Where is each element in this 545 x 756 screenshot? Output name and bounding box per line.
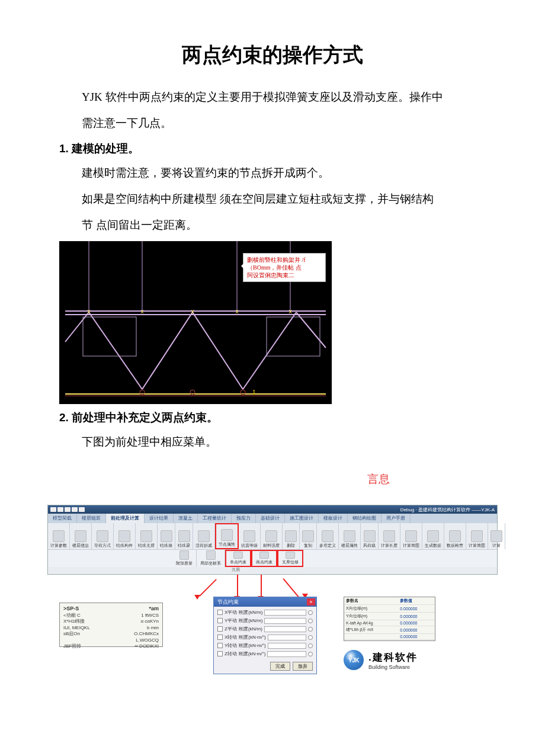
stiffness-input[interactable] [264,618,306,624]
callout-line2: （BOmm，并佳帖 点 [247,264,302,271]
radio[interactable] [308,635,313,640]
stiffness-input[interactable] [268,635,306,640]
figure2-ui-collage: Debug · 盈建科建筑结构计算软件 ——YJK-A 模型荷载楼层组装前处理及… [47,505,498,683]
ribbon-button-特殊梁[interactable]: 特殊梁 [175,523,193,549]
table-row: Y向位移(m)0.000000 [344,613,435,620]
ribbon-button-计算[interactable]: 计算 [488,523,505,549]
table-row: 0.000000 [344,634,435,640]
pl-6b: L.WOGCQ [136,638,159,643]
ribbon-button-计算简图[interactable]: 计算简图 [400,523,422,549]
ribbon-button-生成数据[interactable]: 生成数据 [422,523,444,549]
qat-icon[interactable] [65,507,70,512]
sec1-p2b: 节 点间留出一定距离。 [82,213,486,237]
constraint-row: Y平动刚度(kN/m) [217,617,313,624]
row-unit: 刚度(kN·m/°) [239,634,265,640]
ribbon-tab[interactable]: 前处理及计算 [106,514,145,523]
checkbox[interactable] [217,635,223,640]
checkbox[interactable] [217,610,223,615]
ribbon-button-楼层属性[interactable]: 楼层属性 [339,523,361,549]
tool-icon [140,530,152,542]
row-label: X转动 [225,634,237,640]
pl-2a: <功能 C [63,613,81,619]
dialog-ok-button[interactable]: 完成 [270,662,290,671]
ribbon-sub-button-单点约束[interactable]: 单点约束 [225,550,251,567]
stiffness-input[interactable] [267,651,306,657]
row-unit: 刚度(kN/m) [239,609,262,616]
ribbon-button-材料强度[interactable]: 材料强度 [261,523,283,549]
ribbon-button-活荷折减[interactable]: 活荷折减 [193,523,215,549]
tool-label: 删除 [287,543,295,549]
ribbon-button-计算简图[interactable]: 计算简图 [466,523,488,549]
param-name: X向位移(m) [344,605,398,613]
checkbox[interactable] [217,643,223,648]
qat-icon[interactable] [72,507,78,512]
param-table: 参数名参数值X向位移(m)0.000000Y向位移(m)0.000000K-ta… [344,597,435,640]
ribbon-button-特殊支撑[interactable]: 特殊支撑 [136,523,158,549]
radio[interactable] [308,652,313,656]
radio[interactable] [308,643,313,648]
checkbox[interactable] [217,651,223,656]
radio[interactable] [308,619,313,623]
ribbon-tab[interactable]: 用户手册 [382,514,411,523]
tool-icon [259,552,269,559]
ribbon-button-计算参数[interactable]: 计算参数 [48,523,70,549]
ribbon-tab[interactable]: 楼板设计 [319,514,348,523]
ribbon-button-数据检查[interactable]: 数据检查 [444,523,466,549]
pl-2b: 1 ftWCS [141,613,159,619]
ribbon-sub-button-两点约束[interactable]: 两点约束 [251,550,277,567]
ribbon-tab[interactable]: 基础设计 [256,514,285,523]
ribbon-button-风荷载[interactable]: 风荷载 [361,523,379,549]
close-icon[interactable]: × [307,598,315,606]
ribbon-button-楼层信息[interactable]: 楼层信息 [70,523,92,549]
ribbon-button-计算长度[interactable]: 计算长度 [379,523,400,549]
arrow-2 [237,575,238,598]
ribbon-tab[interactable]: 预应力 [232,514,256,523]
ribbon-tab[interactable]: 楼层组装 [77,514,106,523]
tool-icon [161,530,172,542]
ribbon-button-删除[interactable]: 删除 [283,523,300,549]
ribbon-sub-button-局部坐标系[interactable]: 局部坐标系 [197,550,225,567]
ribbon-button-复制[interactable]: 复制 [300,523,317,549]
qat-icon[interactable] [57,507,63,512]
tool-icon [97,530,108,542]
tool-icon [265,530,277,542]
ribbon-button-节点属性[interactable]: 节点属性 [215,523,239,549]
ribbon-button-多塔定义[interactable]: 多塔定义 [317,523,339,549]
ribbon-tab[interactable]: 工程量统计 [198,514,232,523]
tool-label: 节点属性 [219,542,235,547]
qat-icon[interactable] [79,507,85,512]
tool-label: 两点约束 [256,559,272,565]
callout-line1: 删横前暨柱和购架并 /f [247,257,306,263]
tool-icon [364,530,376,542]
tool-icon [302,530,314,542]
stiffness-input[interactable] [264,610,306,616]
ribbon-tab[interactable]: 施工图设计 [285,514,319,523]
ribbon-button-导荷方式[interactable]: 导荷方式 [92,523,114,549]
stiffness-input[interactable] [268,643,306,649]
ribbon-sub-body: 附加质量局部坐标系单点约束两点约束支座位移 [48,549,497,567]
dialog-cancel-button[interactable]: 放弃 [293,662,313,671]
checkbox[interactable] [217,618,223,623]
section2-heading: 2. 前处理中补充定义两点约束。 [59,410,486,425]
radio[interactable] [308,610,313,615]
stiffness-input[interactable] [264,626,306,632]
ribbon-button-特殊墙[interactable]: 特殊墙 [158,523,175,549]
ribbon-sub-button-支座位移[interactable]: 支座位移 [277,550,303,567]
ribbon-toolbar: Debug · 盈建科建筑结构计算软件 ——YJK-A 模型荷载楼层组装前处理及… [47,505,498,575]
th-name: 参数名 [344,597,398,605]
tool-icon [118,530,130,542]
th-val: 参数值 [398,597,435,605]
ribbon-tab[interactable]: 模型荷载 [48,514,77,523]
row-label: Y平动 [225,617,237,624]
ribbon-tab[interactable]: 钢结构绘图 [348,514,382,523]
tool-label: 计算参数 [50,543,67,549]
ribbon-sub-button-附加质量[interactable]: 附加质量 [172,550,197,567]
ribbon-button-特殊构件[interactable]: 特殊构件 [114,523,136,549]
ribbon-tab[interactable]: 混凝土 [174,514,198,523]
radio[interactable] [308,627,313,632]
tool-icon [285,530,297,542]
ribbon-button-抗震等级[interactable]: 抗震等级 [239,523,261,549]
qat-icon[interactable] [50,507,56,512]
checkbox[interactable] [217,626,223,632]
ribbon-tab[interactable]: 设计结果 [145,514,174,523]
